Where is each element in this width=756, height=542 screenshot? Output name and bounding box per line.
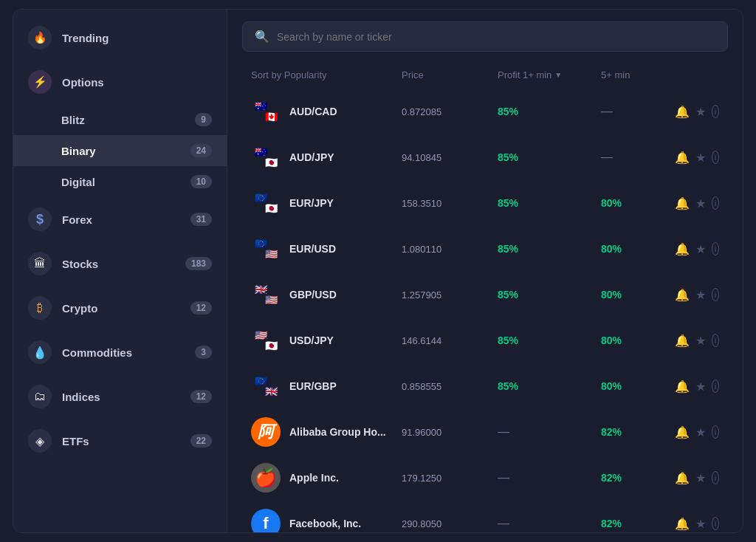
search-bar[interactable]: 🔍 bbox=[242, 21, 728, 52]
actions-cell: 🔔 ★ i bbox=[675, 288, 719, 302]
badge-stocks: 183 bbox=[185, 257, 212, 270]
profit1-cell: 85% bbox=[498, 243, 601, 255]
info-icon[interactable]: i bbox=[712, 105, 719, 118]
flag-gbp2: 🇬🇧 bbox=[261, 382, 281, 401]
asset-cell: 🇪🇺 🇬🇧 EUR/GBP bbox=[251, 371, 402, 401]
info-icon[interactable]: i bbox=[712, 380, 719, 393]
bell-icon[interactable]: 🔔 bbox=[675, 242, 690, 256]
info-icon[interactable]: i bbox=[712, 425, 719, 439]
bell-icon[interactable]: 🔔 bbox=[675, 105, 690, 119]
etfs-icon: ◈ bbox=[28, 429, 52, 453]
table-row[interactable]: f Facebook, Inc. 290.8050 — 82% 🔔 ★ i bbox=[242, 501, 728, 533]
star-icon[interactable]: ★ bbox=[695, 334, 706, 348]
profit5-cell: 80% bbox=[601, 335, 675, 346]
profit1-cell: — bbox=[498, 517, 601, 530]
price-cell: 146.6144 bbox=[402, 335, 498, 346]
flag-aud-cad: 🇦🇺 🇨🇦 bbox=[251, 97, 281, 126]
price-cell: 158.3510 bbox=[402, 198, 498, 209]
bell-icon[interactable]: 🔔 bbox=[675, 196, 690, 210]
profit5-cell: 82% bbox=[601, 472, 675, 484]
actions-cell: 🔔 ★ i bbox=[675, 334, 719, 348]
star-icon[interactable]: ★ bbox=[695, 288, 706, 302]
table-row[interactable]: 🇦🇺 🇯🇵 AUD/JPY 94.10845 85% — 🔔 ★ i bbox=[242, 135, 728, 179]
bell-icon[interactable]: 🔔 bbox=[675, 151, 690, 165]
flag-cad: 🇨🇦 bbox=[261, 107, 281, 126]
info-icon[interactable]: i bbox=[712, 196, 719, 210]
star-icon[interactable]: ★ bbox=[695, 242, 706, 256]
info-icon[interactable]: i bbox=[712, 334, 719, 347]
bell-icon[interactable]: 🔔 bbox=[675, 288, 690, 302]
star-icon[interactable]: ★ bbox=[695, 471, 706, 485]
sidebar-item-trending[interactable]: 🔥 Trending bbox=[13, 16, 227, 60]
bell-icon[interactable]: 🔔 bbox=[675, 517, 690, 531]
info-icon[interactable]: i bbox=[712, 151, 719, 164]
asset-cell: 🇪🇺 🇺🇸 EUR/USD bbox=[251, 234, 402, 264]
indices-icon: 🗂 bbox=[28, 385, 52, 408]
logo-facebook: f bbox=[251, 509, 281, 533]
actions-cell: 🔔 ★ i bbox=[675, 151, 719, 165]
badge-etfs: 22 bbox=[190, 434, 212, 447]
sidebar-item-stocks[interactable]: 🏛 Stocks 183 bbox=[13, 241, 227, 286]
bell-icon[interactable]: 🔔 bbox=[675, 471, 690, 485]
sort-arrow-icon: ▼ bbox=[554, 71, 562, 79]
asset-cell: 🇪🇺 🇯🇵 EUR/JPY bbox=[251, 188, 402, 218]
sidebar-item-indices[interactable]: 🗂 Indices 12 bbox=[13, 374, 227, 419]
search-input[interactable] bbox=[277, 31, 715, 43]
table-row[interactable]: 🇬🇧 🇺🇸 GBP/USD 1.257905 85% 80% 🔔 ★ i bbox=[242, 272, 728, 317]
table-row[interactable]: 🇪🇺 🇺🇸 EUR/USD 1.080110 85% 80% 🔔 ★ i bbox=[242, 227, 728, 271]
info-icon[interactable]: i bbox=[712, 517, 719, 530]
table-row[interactable]: 🇦🇺 🇨🇦 AUD/CAD 0.872085 85% — 🔔 ★ i bbox=[242, 89, 728, 134]
sidebar-item-etfs[interactable]: ◈ ETFs 22 bbox=[13, 419, 227, 463]
flag-eur-gbp: 🇪🇺 🇬🇧 bbox=[251, 371, 281, 401]
crypto-icon: ₿ bbox=[28, 296, 52, 320]
star-icon[interactable]: ★ bbox=[695, 425, 706, 439]
profit1-cell: — bbox=[498, 471, 601, 484]
sidebar-item-commodities[interactable]: 💧 Commodities 3 bbox=[13, 330, 227, 374]
sidebar-label-etfs: ETFs bbox=[62, 435, 180, 447]
bell-icon[interactable]: 🔔 bbox=[675, 425, 690, 439]
profit5-cell: — bbox=[601, 151, 675, 164]
flag-eur-usd: 🇪🇺 🇺🇸 bbox=[251, 234, 281, 264]
table-row[interactable]: 🇪🇺 🇬🇧 EUR/GBP 0.858555 85% 80% 🔔 ★ i bbox=[242, 364, 728, 408]
sidebar-item-blitz[interactable]: Blitz 9 bbox=[13, 104, 227, 135]
asset-cell: f Facebook, Inc. bbox=[251, 509, 402, 533]
info-icon[interactable]: i bbox=[712, 471, 719, 484]
asset-name: GBP/USD bbox=[289, 289, 337, 301]
star-icon[interactable]: ★ bbox=[695, 517, 706, 531]
flag-aud-jpy: 🇦🇺 🇯🇵 bbox=[251, 143, 281, 172]
sidebar-item-options[interactable]: ⚡ Options bbox=[13, 60, 227, 104]
bell-icon[interactable]: 🔔 bbox=[675, 334, 690, 348]
table-row[interactable]: 阿 Alibaba Group Ho... 91.96000 — 82% 🔔 ★… bbox=[242, 410, 728, 454]
sidebar-label-indices: Indices bbox=[62, 391, 180, 403]
info-icon[interactable]: i bbox=[712, 242, 719, 255]
col-actions bbox=[675, 69, 719, 80]
star-icon[interactable]: ★ bbox=[695, 105, 706, 119]
info-icon[interactable]: i bbox=[712, 288, 719, 301]
bell-icon[interactable]: 🔔 bbox=[675, 380, 690, 394]
table-row[interactable]: 🇺🇸 🇯🇵 USD/JPY 146.6144 85% 80% 🔔 ★ i bbox=[242, 318, 728, 363]
sidebar-item-forex[interactable]: $ Forex 31 bbox=[13, 197, 227, 241]
table-header: Sort by Popularity Price Profit 1+ min ▼… bbox=[242, 64, 728, 86]
col-price: Price bbox=[402, 69, 498, 80]
flag-usd: 🇺🇸 bbox=[261, 244, 281, 264]
flag-gbp-usd: 🇬🇧 🇺🇸 bbox=[251, 280, 281, 309]
profit5-cell: 82% bbox=[601, 426, 675, 438]
table-row[interactable]: 🇪🇺 🇯🇵 EUR/JPY 158.3510 85% 80% 🔔 ★ i bbox=[242, 181, 728, 225]
star-icon[interactable]: ★ bbox=[695, 151, 706, 165]
sidebar-item-digital[interactable]: Digital 10 bbox=[13, 166, 227, 197]
price-cell: 91.96000 bbox=[402, 427, 498, 438]
table-row[interactable]: 🍎 Apple Inc. 179.1250 — 82% 🔔 ★ i bbox=[242, 456, 728, 500]
sidebar-label-commodities: Commodities bbox=[62, 346, 185, 359]
profit1-cell: 85% bbox=[498, 289, 601, 301]
profit1-cell: 85% bbox=[498, 106, 601, 117]
sort-popularity[interactable]: Sort by Popularity bbox=[251, 69, 402, 80]
star-icon[interactable]: ★ bbox=[695, 196, 706, 210]
profit1-cell: 85% bbox=[498, 335, 601, 346]
star-icon[interactable]: ★ bbox=[695, 380, 706, 394]
sort-profit1[interactable]: Profit 1+ min ▼ bbox=[498, 69, 601, 80]
logo-alibaba: 阿 bbox=[251, 417, 281, 447]
profit1-cell: 85% bbox=[498, 197, 601, 209]
sidebar-item-crypto[interactable]: ₿ Crypto 12 bbox=[13, 286, 227, 330]
sidebar-item-binary[interactable]: Binary 24 bbox=[13, 135, 227, 166]
badge-blitz: 9 bbox=[195, 113, 212, 126]
